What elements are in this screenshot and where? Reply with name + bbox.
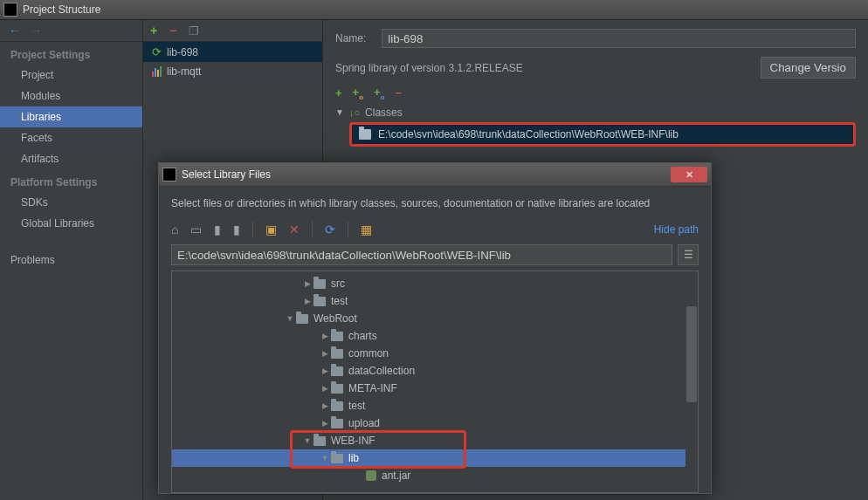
remove-library-icon[interactable]: − xyxy=(169,24,176,38)
chevron-right-icon: ▶ xyxy=(303,279,312,288)
chevron-right-icon: ▶ xyxy=(320,401,329,410)
change-version-button[interactable]: Change Versio xyxy=(761,57,856,79)
classes-node[interactable]: ▼ ↓○ Classes xyxy=(323,105,868,120)
path-input-row: ☰ xyxy=(171,244,699,265)
tree-label: upload xyxy=(348,417,380,429)
forward-icon[interactable]: → xyxy=(30,24,42,38)
tree-row-meta-inf[interactable]: ▶META-INF xyxy=(172,380,698,397)
tree-label: dataCollection xyxy=(348,365,415,377)
library-item-lib-698[interactable]: ⟳ lib-698 xyxy=(143,42,322,62)
tree-row-web-inf[interactable]: ▼WEB-INF xyxy=(172,432,698,449)
tree-row-datacollection[interactable]: ▶dataCollection xyxy=(172,362,698,380)
sidebar-item-problems[interactable]: Problems xyxy=(0,250,142,271)
folder-icon xyxy=(331,401,343,411)
folder-icon xyxy=(313,297,326,306)
tree-row-charts[interactable]: ▶charts xyxy=(172,327,698,345)
chevron-down-icon: ▼ xyxy=(320,454,329,462)
sidebar-item-global-libraries[interactable]: Global Libraries xyxy=(0,213,142,234)
library-item-label: lib-mqtt xyxy=(167,65,201,78)
new-folder-icon[interactable]: ▣ xyxy=(265,223,277,236)
project-icon[interactable]: ▮ xyxy=(214,223,221,236)
chevron-right-icon: ▶ xyxy=(303,297,312,305)
delete-icon[interactable]: ✕ xyxy=(289,223,300,236)
file-tree[interactable]: ▶src▶test▼WebRoot▶charts▶common▶dataColl… xyxy=(171,271,699,493)
folder-icon xyxy=(331,366,343,376)
folder-icon xyxy=(331,454,343,463)
dialog-app-icon xyxy=(162,168,176,182)
name-row: Name: xyxy=(323,29,868,57)
dialog-description: Select files or directories in which lib… xyxy=(171,197,699,209)
separator xyxy=(312,222,313,237)
folder-icon xyxy=(331,419,343,428)
add-doc-icon[interactable]: +o xyxy=(374,86,384,101)
tree-label: test xyxy=(331,295,348,307)
tree-row-test[interactable]: ▶test xyxy=(172,397,698,414)
expand-icon: ▼ xyxy=(335,107,344,117)
dialog-titlebar[interactable]: Select Library Files ✕ xyxy=(159,163,711,187)
scrollbar-vertical[interactable] xyxy=(685,271,698,492)
remove-root-icon[interactable]: − xyxy=(396,86,403,99)
spring-info-row: Spring library of version 3.1.2.RELEASE … xyxy=(323,57,868,86)
sidebar-item-facets[interactable]: Facets xyxy=(0,127,142,148)
tree-row-lib[interactable]: ▼lib xyxy=(172,449,698,467)
back-icon[interactable]: ← xyxy=(9,24,21,38)
add-library-icon[interactable]: + xyxy=(150,24,157,38)
close-icon[interactable]: ✕ xyxy=(671,167,707,182)
sidebar-group-platform: Platform Settings SDKs Global Libraries xyxy=(0,169,142,234)
classes-path-row[interactable]: E:\code\svn\idea\698\trunk\dataCollectio… xyxy=(349,122,856,147)
module-icon[interactable]: ▮ xyxy=(233,223,240,236)
folder-icon xyxy=(331,384,343,394)
path-input[interactable] xyxy=(171,244,672,265)
scrollbar-thumb[interactable] xyxy=(686,306,697,402)
tree-label: common xyxy=(348,347,389,360)
sidebar-item-project[interactable]: Project xyxy=(0,65,142,86)
sidebar-item-artifacts[interactable]: Artifacts xyxy=(0,148,142,169)
show-hidden-icon[interactable]: ▦ xyxy=(361,223,372,236)
download-icon: ↓○ xyxy=(349,107,360,118)
library-item-lib-mqtt[interactable]: lib-mqtt xyxy=(143,62,322,81)
sidebar-item-libraries[interactable]: Libraries xyxy=(0,106,142,127)
folder-icon xyxy=(296,314,308,324)
add-source-icon[interactable]: +o xyxy=(353,86,363,101)
refresh-icon[interactable]: ⟳ xyxy=(325,223,335,236)
tree-label: charts xyxy=(348,330,377,342)
classes-label: Classes xyxy=(365,106,403,119)
tree-label: test xyxy=(348,400,365,412)
sidebar-group-project: Project Settings Project Modules Librari… xyxy=(0,42,142,169)
hide-path-link[interactable]: Hide path xyxy=(654,223,699,236)
chevron-down-icon: ▼ xyxy=(286,314,294,323)
settings-sidebar: ← → Project Settings Project Modules Lib… xyxy=(0,20,143,500)
spring-info-text: Spring library of version 3.1.2.RELEASE xyxy=(335,62,523,74)
tree-row-src[interactable]: ▶src xyxy=(172,275,698,292)
home-icon[interactable]: ⌂ xyxy=(171,223,178,236)
tree-row-webroot[interactable]: ▼WebRoot xyxy=(172,310,698,327)
folder-icon xyxy=(313,436,326,446)
group-title-platform: Platform Settings xyxy=(0,169,142,192)
tree-row-common[interactable]: ▶common xyxy=(172,345,698,362)
window-title: Project Structure xyxy=(23,3,100,16)
sidebar-item-sdks[interactable]: SDKs xyxy=(0,192,142,213)
history-button[interactable]: ☰ xyxy=(678,244,699,265)
sidebar-nav: ← → xyxy=(0,20,142,42)
jar-icon xyxy=(366,470,376,481)
tree-row-upload[interactable]: ▶upload xyxy=(172,414,698,432)
separator xyxy=(348,222,348,237)
window-titlebar: Project Structure xyxy=(0,0,868,20)
library-name-input[interactable] xyxy=(382,29,856,48)
tree-label: src xyxy=(331,277,345,290)
chevron-right-icon: ▶ xyxy=(320,366,329,375)
tree-row-test[interactable]: ▶test xyxy=(172,292,698,310)
sidebar-item-modules[interactable]: Modules xyxy=(0,86,142,106)
chevron-right-icon: ▶ xyxy=(320,332,329,340)
copy-library-icon[interactable]: ❐ xyxy=(189,24,199,38)
chevron-right-icon: ▶ xyxy=(320,349,329,358)
folder-icon xyxy=(331,332,343,341)
group-title-project: Project Settings xyxy=(0,42,142,65)
app-icon xyxy=(3,3,17,17)
select-library-files-dialog: Select Library Files ✕ Select files or d… xyxy=(158,162,712,494)
name-label: Name: xyxy=(335,32,366,45)
dialog-title-text: Select Library Files xyxy=(182,168,671,181)
add-root-icon[interactable]: + xyxy=(335,86,342,99)
tree-row-ant-jar[interactable]: ant.jar xyxy=(172,467,698,484)
desktop-icon[interactable]: ▭ xyxy=(190,223,202,236)
